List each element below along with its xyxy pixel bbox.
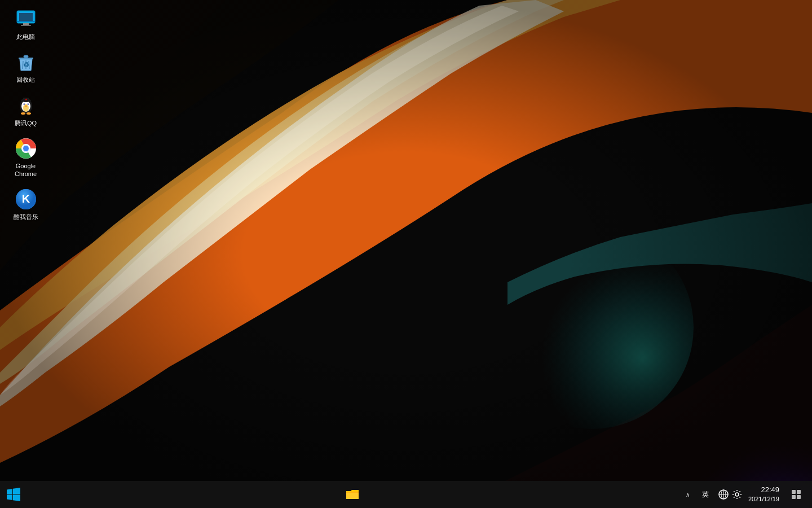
qq-icon: ★ [15, 94, 37, 117]
qq-icon-label: 腾讯QQ [15, 119, 37, 127]
settings-icon[interactable] [731, 489, 743, 500]
start-button[interactable] [0, 481, 27, 508]
chevron-up-icon: ∧ [686, 492, 690, 498]
globe-icon [718, 489, 729, 500]
taskbar: ∧ 英 [0, 481, 812, 508]
chrome-icon [15, 137, 37, 160]
chrome-icon-label: Google Chrome [7, 162, 45, 178]
clock-date: 2021/12/19 [748, 495, 779, 503]
recycle-icon: ♻ [15, 51, 37, 73]
wallpaper [0, 0, 812, 508]
kuwo-icon-item[interactable]: K 酷我音乐 [5, 186, 47, 223]
svg-point-45 [735, 493, 739, 496]
network-icon[interactable] [718, 489, 729, 500]
svg-rect-48 [792, 495, 796, 499]
svg-line-17 [29, 61, 29, 69]
svg-point-25 [24, 103, 24, 104]
notification-center-button[interactable] [785, 481, 807, 508]
tray-chevron-button[interactable]: ∧ [683, 484, 693, 505]
gear-icon [732, 489, 742, 500]
svg-rect-10 [21, 25, 31, 26]
svg-rect-47 [797, 490, 801, 494]
kuwo-icon-label: 酷我音乐 [14, 213, 38, 221]
clock-area[interactable]: 22:49 2021/12/19 [745, 481, 783, 508]
qq-icon-item[interactable]: ★ 腾讯QQ [5, 92, 47, 129]
desktop: 此电脑 ♻ [0, 0, 812, 508]
svg-rect-49 [797, 495, 801, 499]
taskbar-system-tray: ∧ 英 [678, 481, 812, 508]
file-explorer-icon [345, 487, 360, 502]
svg-rect-46 [792, 490, 796, 494]
recycle-icon-item[interactable]: ♻ 回收站 [5, 49, 47, 86]
notification-icon [791, 489, 801, 500]
computer-icon-label: 此电脑 [16, 33, 35, 41]
svg-text:K: K [21, 192, 30, 205]
desktop-icons: 此电脑 ♻ [5, 6, 47, 224]
taskbar-file-explorer[interactable] [339, 481, 366, 508]
svg-point-27 [24, 105, 27, 107]
clock-time: 22:49 [761, 485, 779, 495]
svg-rect-9 [23, 23, 29, 25]
kuwo-icon: K [15, 188, 37, 211]
computer-icon-item[interactable]: 此电脑 [5, 6, 47, 43]
recycle-icon-label: 回收站 [16, 76, 35, 84]
chrome-icon-item[interactable]: Google Chrome [5, 135, 47, 181]
svg-point-26 [28, 103, 28, 104]
svg-rect-8 [19, 13, 33, 21]
svg-point-23 [23, 103, 24, 104]
svg-rect-4 [0, 0, 812, 508]
svg-point-32 [27, 112, 31, 115]
language-text: 英 [700, 490, 711, 500]
tray-icons-group [718, 489, 743, 500]
svg-line-15 [23, 61, 23, 69]
language-indicator[interactable]: 英 [695, 481, 716, 508]
computer-icon [15, 8, 37, 30]
windows-logo-icon [7, 488, 20, 501]
svg-rect-11 [17, 21, 35, 22]
taskbar-pinned-apps [27, 481, 678, 508]
svg-point-24 [27, 103, 28, 104]
svg-rect-13 [24, 55, 28, 58]
svg-point-36 [23, 146, 29, 151]
svg-point-31 [21, 112, 25, 115]
